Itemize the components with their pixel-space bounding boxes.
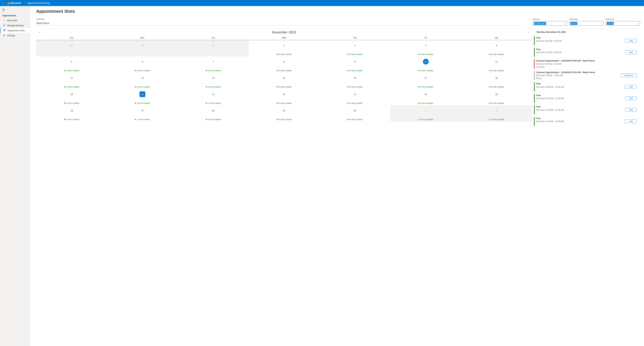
calendar-day[interactable]: 3020 slots available: [320, 105, 390, 121]
slot-title: Free: [536, 82, 625, 85]
calendar-day[interactable]: 116 slots available: [390, 105, 461, 121]
slots-badge: 20 slots available: [418, 53, 433, 55]
next-month-button[interactable]: ›: [527, 31, 530, 34]
calendar-day[interactable]: 1720 slots available: [390, 73, 461, 89]
calendar-day[interactable]: 1120 slots available: [461, 56, 532, 73]
slots-badge: 20 slots available: [206, 118, 221, 120]
brand-text: Microsoft: [10, 2, 21, 4]
slot-status-bar: [534, 105, 535, 115]
calendar-day[interactable]: 2620 slots available: [36, 105, 107, 121]
hamburger-icon[interactable]: ☰: [0, 8, 30, 13]
calendar: ‹ November 2023 › SunMonTueWedThuFriSat …: [36, 29, 532, 346]
slots-badge: 20 slots available: [418, 70, 433, 72]
calendar-day[interactable]: 1220 slots available: [36, 73, 107, 89]
calendar-icon: 📅: [3, 29, 6, 32]
dow-header: Sun: [36, 36, 107, 40]
calendar-day[interactable]: 1620 slots available: [320, 73, 390, 89]
slots-badge: 20 slots available: [206, 86, 221, 88]
slot-meta: -: [536, 89, 625, 92]
sidebar-item-book-new[interactable]: ＋Book New: [0, 18, 30, 23]
slots-badge: 20 slots available: [489, 70, 504, 72]
slot-row: Free (30 mins) 10:30 AM - 11:00 AM -Add: [534, 93, 639, 104]
back-button[interactable]: ‹: [0, 1, 6, 5]
slot-meta: -: [536, 54, 625, 57]
calendar-day[interactable]: 29: [36, 40, 107, 56]
calendar-day[interactable]: 920 slots available: [320, 56, 390, 73]
dow-header: Sat: [461, 36, 532, 40]
day-number: 9: [352, 59, 358, 65]
calendar-day[interactable]: 120 slots available: [249, 40, 320, 56]
day-number: 15: [281, 75, 287, 81]
calendar-day[interactable]: 520 slots available: [36, 56, 107, 73]
calendar-day[interactable]: 1820 slots available: [461, 73, 532, 89]
slot-list[interactable]: Free (30 mins) 8:00 AM - 8:30 AM -AddFre…: [534, 35, 640, 346]
slots-badge: 20 slots available: [276, 53, 292, 55]
calendar-day[interactable]: 2117 slots available: [178, 89, 249, 105]
calendar-day[interactable]: 1520 slots available: [249, 73, 320, 89]
interval-label: Interval: [533, 18, 567, 21]
shift-start-select[interactable]: 08:00 ⌄: [569, 21, 604, 26]
slots-badge: 18 slots available: [135, 102, 150, 104]
calendar-day[interactable]: 420 slots available: [461, 40, 532, 56]
day-number: 29: [69, 43, 74, 48]
remove-button[interactable]: Remove: [621, 73, 636, 77]
slots-badge: 20 slots available: [418, 102, 433, 104]
sidebar-item-manage-booking[interactable]: 🗎Manage Booking: [0, 23, 30, 28]
add-button[interactable]: Add: [625, 96, 636, 100]
add-button[interactable]: Add: [625, 119, 636, 123]
doc-icon: 🗎: [3, 24, 6, 27]
day-number: 26: [69, 108, 74, 113]
shift-end-select[interactable]: 18:00 ⌄: [606, 21, 640, 26]
day-number: 12: [69, 75, 74, 81]
day-number: 10: [423, 59, 429, 65]
day-number: 5: [69, 59, 74, 65]
calendar-day[interactable]: 30: [107, 40, 178, 56]
calendar-field[interactable]: Calendar Reed Flores: [36, 18, 524, 26]
slot-status-bar: [534, 94, 535, 103]
calendar-day[interactable]: 2820 slots available: [178, 105, 249, 121]
sidebar-item-settings[interactable]: ⚙Settings: [0, 33, 30, 38]
calendar-day[interactable]: 720 slots available: [178, 56, 249, 73]
slots-badge: 20 slots available: [135, 86, 150, 88]
shift-start-label: Shift Start: [569, 18, 604, 21]
sidebar-section: Appointment: [0, 13, 30, 18]
slots-badge: 20 slots available: [347, 86, 362, 88]
slot-row: Free (30 mins) 10:00 AM - 10:30 AM -Add: [534, 81, 639, 93]
day-number: 30: [140, 43, 145, 48]
slots-badge: 20 slots available: [489, 102, 504, 104]
calendar-day[interactable]: 1920 slots available: [36, 89, 107, 105]
sidebar-item-appointment-slots[interactable]: 📅Appointment Slots: [0, 28, 30, 33]
slot-meta: -: [536, 100, 625, 103]
calendar-day[interactable]: 31: [178, 40, 249, 56]
interval-select[interactable]: 30 Minutes ⌄: [533, 21, 567, 26]
day-number: 23: [352, 91, 358, 97]
day-number: 13: [140, 75, 145, 81]
calendar-day[interactable]: 2219 slots available: [249, 89, 320, 105]
calendar-day[interactable]: 820 slots available: [249, 56, 320, 73]
calendar-day[interactable]: 220 slots available: [320, 40, 390, 56]
dow-header: Thu: [320, 36, 390, 40]
prev-month-button[interactable]: ‹: [38, 31, 41, 34]
slots-badge: 19 slots available: [276, 102, 292, 104]
slots-badge: 17 slots available: [135, 118, 150, 120]
calendar-day[interactable]: 2420 slots available: [390, 89, 461, 105]
calendar-value: Reed Flores: [36, 21, 524, 26]
add-button[interactable]: Add: [625, 85, 636, 89]
calendar-day[interactable]: 1320 slots available: [107, 73, 178, 89]
add-button[interactable]: Add: [625, 39, 636, 43]
calendar-day[interactable]: 320 slots available: [390, 40, 461, 56]
calendar-day[interactable]: 2920 slots available: [249, 105, 320, 121]
add-button[interactable]: Add: [625, 50, 636, 54]
calendar-day[interactable]: 2018 slots available: [107, 89, 178, 105]
calendar-day[interactable]: 619 slots available: [107, 56, 178, 73]
calendar-day[interactable]: 1020 slots available: [390, 56, 461, 73]
day-number: 30: [352, 108, 358, 113]
calendar-day[interactable]: 2717 slots available: [107, 105, 178, 121]
calendar-day[interactable]: 220 slots available: [461, 105, 532, 121]
slot-row: Contract Appointment - 11/20/2023 9:30 A…: [534, 70, 639, 81]
calendar-day[interactable]: 2520 slots available: [461, 89, 532, 105]
calendar-day[interactable]: 2318 slots available: [320, 89, 390, 105]
add-button[interactable]: Add: [625, 108, 636, 112]
calendar-day[interactable]: 1420 slots available: [178, 73, 249, 89]
slots-badge: 20 slots available: [64, 102, 79, 104]
